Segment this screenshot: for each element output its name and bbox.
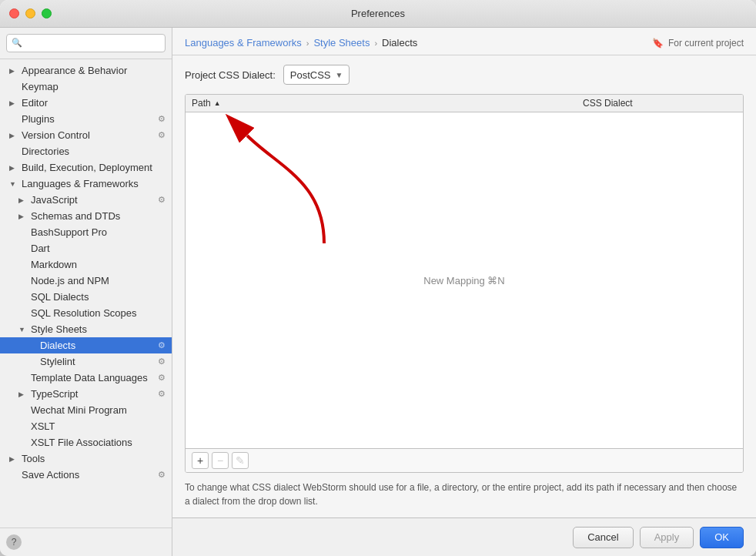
apply-button[interactable]: Apply — [640, 527, 694, 548]
window-title: Preferences — [351, 8, 405, 19]
sidebar-item-label: Plugins — [22, 113, 55, 125]
sidebar-item-schemas[interactable]: ▶ Schemas and DTDs — [0, 208, 172, 224]
sidebar-item-label: Tools — [22, 453, 45, 464]
sidebar-item-version-control[interactable]: ▶ Version Control ⚙ — [0, 127, 172, 143]
sidebar-item-dart[interactable]: Dart — [0, 240, 172, 256]
sidebar-item-label: TypeScript — [31, 388, 78, 400]
traffic-lights — [9, 8, 52, 18]
sidebar-item-bashsupport[interactable]: BashSupport Pro — [0, 224, 172, 240]
sidebar-item-appearance[interactable]: ▶ Appearance & Behavior — [0, 62, 172, 79]
search-box: 🔍 — [0, 28, 172, 59]
col-path-header[interactable]: Path ▲ — [192, 98, 583, 109]
dialect-label: Project CSS Dialect: — [185, 69, 276, 81]
minus-icon: − — [217, 454, 223, 467]
dialect-select-value: PostCSS — [290, 69, 331, 81]
panel-body: Project CSS Dialect: PostCSS ▼ Path ▲ CS… — [172, 55, 756, 517]
main-content: 🔍 ▶ Appearance & Behavior Keymap — [0, 28, 756, 556]
sidebar-bottom: ? — [0, 528, 172, 556]
sidebar-item-label: SQL Dialects — [31, 291, 89, 303]
main-panel: Languages & Frameworks › Style Sheets › … — [172, 28, 756, 556]
annotation-arrow — [232, 120, 401, 259]
arrow-right-icon: ▶ — [18, 196, 28, 204]
plus-icon: + — [197, 454, 203, 467]
arrow-down-icon: ▼ — [18, 326, 28, 333]
bookmark-icon: 🔖 — [652, 38, 664, 49]
sidebar-item-sql-resolution[interactable]: SQL Resolution Scopes — [0, 305, 172, 321]
sidebar-item-label: Save Actions — [22, 469, 79, 481]
sidebar-item-label: Dart — [31, 243, 50, 254]
sidebar-item-sql-dialects[interactable]: SQL Dialects — [0, 289, 172, 305]
sidebar-item-template-data[interactable]: Template Data Languages ⚙ — [0, 370, 172, 386]
sidebar-item-directories[interactable]: Directories — [0, 143, 172, 159]
arrow-right-icon: ▶ — [18, 390, 28, 398]
bottom-bar: Cancel Apply OK — [172, 517, 756, 556]
sidebar-item-typescript[interactable]: ▶ TypeScript ⚙ — [0, 386, 172, 402]
sidebar-item-xslt[interactable]: XSLT — [0, 418, 172, 434]
col-dialect-header: CSS Dialect — [583, 98, 737, 109]
ok-button[interactable]: OK — [700, 527, 744, 548]
sidebar-item-keymap[interactable]: Keymap — [0, 79, 172, 95]
add-mapping-button[interactable]: + — [192, 452, 209, 469]
sidebar-item-label: Wechat Mini Program — [31, 404, 127, 416]
sidebar-item-label: Version Control — [22, 129, 90, 141]
arrow-right-icon: ▶ — [9, 99, 18, 107]
breadcrumb-languages[interactable]: Languages & Frameworks — [185, 37, 302, 49]
arrow-right-icon: ▶ — [9, 132, 18, 139]
sort-arrow-icon: ▲ — [214, 99, 221, 107]
close-button[interactable] — [9, 8, 19, 18]
panel-header: Languages & Frameworks › Style Sheets › … — [172, 28, 756, 55]
sidebar-item-label: BashSupport Pro — [31, 226, 107, 238]
search-wrapper: 🔍 — [6, 34, 166, 52]
config-icon: ⚙ — [158, 470, 166, 480]
config-icon: ⚙ — [158, 389, 166, 399]
chevron-down-icon: ▼ — [336, 71, 343, 79]
sidebar-item-stylelint[interactable]: Stylelint ⚙ — [0, 353, 172, 370]
search-icon: 🔍 — [12, 38, 21, 47]
sidebar-item-build[interactable]: ▶ Build, Execution, Deployment — [0, 159, 172, 176]
sidebar-item-plugins[interactable]: Plugins ⚙ — [0, 111, 172, 127]
config-icon: ⚙ — [158, 373, 166, 383]
sidebar-item-label: Languages & Frameworks — [22, 178, 139, 189]
description-text: To change what CSS dialect WebStorm shou… — [185, 481, 744, 508]
table-body: New Mapping ⌘N — [186, 112, 743, 448]
sidebar-item-javascript[interactable]: ▶ JavaScript ⚙ — [0, 192, 172, 208]
sidebar-item-save-actions[interactable]: Save Actions ⚙ — [0, 467, 172, 483]
minimize-button[interactable] — [25, 8, 35, 18]
sidebar-item-style-sheets[interactable]: ▼ Style Sheets — [0, 321, 172, 337]
sidebar-item-dialects[interactable]: Dialects ⚙ — [0, 337, 172, 353]
remove-mapping-button[interactable]: − — [212, 452, 229, 469]
empty-hint: New Mapping ⌘N — [423, 275, 505, 286]
breadcrumb-sep-1: › — [306, 39, 309, 48]
arrow-down-icon: ▼ — [9, 180, 18, 188]
breadcrumb-style-sheets[interactable]: Style Sheets — [313, 37, 370, 49]
sidebar-item-editor[interactable]: ▶ Editor — [0, 95, 172, 111]
help-button[interactable]: ? — [6, 534, 22, 550]
arrow-right-icon: ▶ — [9, 455, 18, 463]
arrow-right-icon: ▶ — [9, 164, 18, 172]
sidebar-item-label: Stylelint — [40, 356, 75, 367]
dialect-select[interactable]: PostCSS ▼ — [283, 65, 350, 85]
sidebar: 🔍 ▶ Appearance & Behavior Keymap — [0, 28, 172, 556]
sidebar-item-label: Node.js and NPM — [31, 275, 109, 286]
cancel-button[interactable]: Cancel — [573, 527, 633, 548]
sidebar-item-languages[interactable]: ▼ Languages & Frameworks — [0, 176, 172, 192]
sidebar-item-nodejs[interactable]: Node.js and NPM — [0, 273, 172, 289]
sidebar-item-label: Build, Execution, Deployment — [22, 162, 152, 173]
sidebar-item-label: Dialects — [40, 340, 75, 351]
config-icon: ⚙ — [158, 114, 166, 124]
sidebar-item-xslt-file[interactable]: XSLT File Associations — [0, 434, 172, 450]
search-input[interactable] — [6, 34, 166, 52]
edit-mapping-button[interactable]: ✎ — [232, 452, 249, 469]
sidebar-item-tools[interactable]: ▶ Tools — [0, 450, 172, 467]
edit-icon: ✎ — [236, 454, 245, 467]
sidebar-item-markdown[interactable]: Markdown — [0, 256, 172, 273]
sidebar-item-wechat[interactable]: Wechat Mini Program — [0, 402, 172, 418]
dialect-row: Project CSS Dialect: PostCSS ▼ — [185, 65, 744, 85]
sidebar-item-label: XSLT File Associations — [31, 437, 132, 448]
preferences-window: Preferences 🔍 ▶ Appearance & Behavior — [0, 0, 756, 556]
maximize-button[interactable] — [42, 8, 52, 18]
sidebar-item-label: JavaScript — [31, 194, 78, 206]
sidebar-item-label: XSLT — [31, 420, 55, 432]
sidebar-item-label: Editor — [22, 97, 48, 109]
table-toolbar: + − ✎ — [186, 448, 743, 472]
